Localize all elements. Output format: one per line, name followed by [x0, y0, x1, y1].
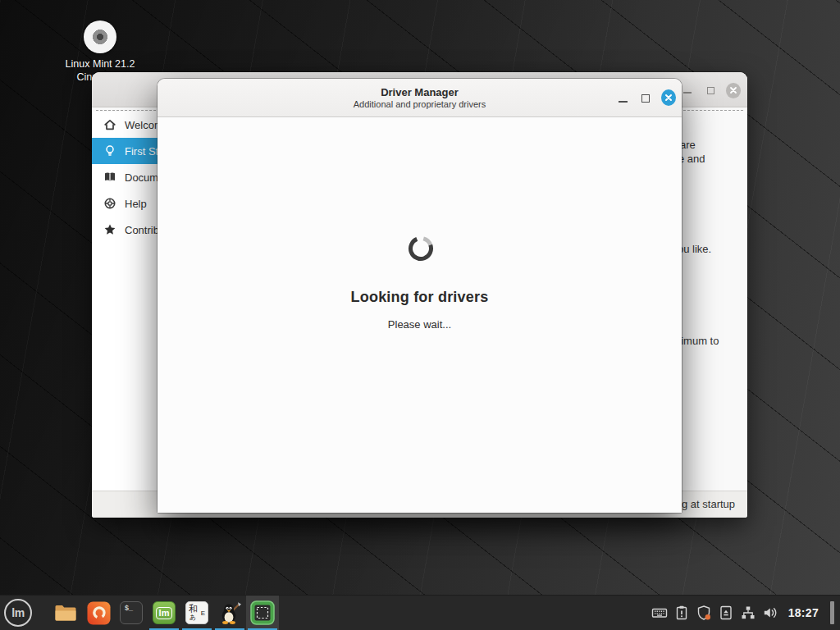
driver-manager-minimize-button[interactable] — [615, 91, 630, 106]
firefox-icon — [87, 601, 111, 625]
folder-icon — [54, 603, 77, 623]
terminal-launcher[interactable]: $_ — [115, 596, 148, 630]
welcome-minimize-button[interactable] — [680, 83, 695, 98]
star-icon — [103, 223, 116, 236]
linux-mint-app-icon: lm — [153, 601, 176, 624]
firefox-launcher[interactable] — [82, 596, 115, 630]
minimize-icon — [683, 92, 692, 94]
lightbulb-icon — [103, 144, 116, 158]
content-text-fragment: e and — [678, 153, 705, 165]
taskbar-window-mint-welcome[interactable]: lm — [148, 596, 180, 630]
status-message: Please wait... — [158, 318, 682, 331]
disc-icon — [84, 21, 116, 53]
shield-alert-icon — [696, 605, 712, 621]
welcome-maximize-button[interactable] — [703, 83, 718, 98]
show-desktop-button[interactable] — [830, 601, 834, 624]
help-lifebuoy-icon — [103, 197, 116, 210]
keyboard-icon — [651, 605, 668, 621]
mint-monogram-glyph: lm — [156, 607, 173, 619]
network-icon — [740, 605, 756, 621]
window-title: Driver Manager — [158, 79, 682, 98]
taskbar: lm — [0, 595, 840, 630]
network-tray-icon[interactable] — [740, 605, 756, 621]
mint-menu-button[interactable]: lm — [2, 596, 34, 629]
eject-drive-icon — [718, 605, 734, 621]
driver-manager-content: Looking for drivers Please wait... — [158, 118, 682, 513]
ime-glyph-sub2: E — [201, 609, 205, 617]
firewall-tray-icon[interactable] — [696, 605, 712, 621]
input-method-icon: 和 あ E — [185, 601, 208, 624]
mint-logo-icon: lm — [4, 599, 32, 627]
files-launcher[interactable] — [49, 596, 82, 630]
taskbar-clock[interactable]: 18:27 — [788, 606, 819, 619]
taskbar-window-screenshot[interactable] — [246, 596, 279, 630]
content-text-fragment: ou like. — [678, 243, 711, 255]
terminal-prompt-glyph: $_ — [125, 604, 133, 612]
ime-glyph-sub1: あ — [189, 613, 196, 622]
driver-manager-window: Driver Manager Additional and proprietar… — [158, 79, 682, 513]
book-icon — [103, 171, 116, 184]
tux-penguin-icon — [218, 601, 241, 624]
driver-manager-close-button[interactable] — [661, 90, 676, 105]
clipboard-alert-icon — [673, 605, 690, 621]
screenshot-app-icon — [250, 600, 275, 625]
show-at-startup-label[interactable]: g at startup — [682, 498, 735, 510]
content-text-fragment: are — [680, 139, 696, 151]
keyboard-layout-tray-icon[interactable] — [651, 605, 668, 621]
mint-logo-glyph: lm — [11, 606, 24, 619]
minimize-icon — [619, 101, 628, 103]
welcome-close-button[interactable] — [726, 83, 741, 98]
maximize-icon — [641, 94, 650, 103]
sidebar-item-label: Help — [125, 198, 147, 210]
content-text-fragment: nimum to — [675, 335, 719, 347]
driver-manager-maximize-button[interactable] — [638, 91, 653, 106]
maximize-icon — [707, 87, 714, 94]
taskbar-window-input-method[interactable]: 和 あ E — [180, 596, 213, 630]
home-icon — [103, 118, 116, 131]
volume-tray-icon[interactable] — [762, 605, 778, 621]
terminal-icon: $_ — [120, 601, 143, 624]
update-manager-tray-icon[interactable] — [673, 605, 690, 621]
driver-manager-titlebar[interactable]: Driver Manager Additional and proprietar… — [158, 79, 682, 117]
taskbar-launchers: $_ lm 和 あ E — [49, 596, 279, 630]
system-tray: 18:27 — [651, 601, 840, 624]
desktop-background: Linux Mint 21.2 Cinnamon — [0, 0, 840, 630]
close-icon — [726, 83, 741, 98]
taskbar-window-driver-manager[interactable] — [213, 596, 246, 630]
loading-spinner-icon — [406, 234, 436, 263]
window-subtitle: Additional and proprietary drivers — [158, 99, 682, 109]
speaker-icon — [762, 605, 778, 621]
desktop-icon-label-line1: Linux Mint 21.2 — [48, 57, 153, 71]
status-heading: Looking for drivers — [158, 289, 682, 306]
close-icon — [661, 89, 676, 106]
removable-drives-tray-icon[interactable] — [718, 605, 734, 621]
